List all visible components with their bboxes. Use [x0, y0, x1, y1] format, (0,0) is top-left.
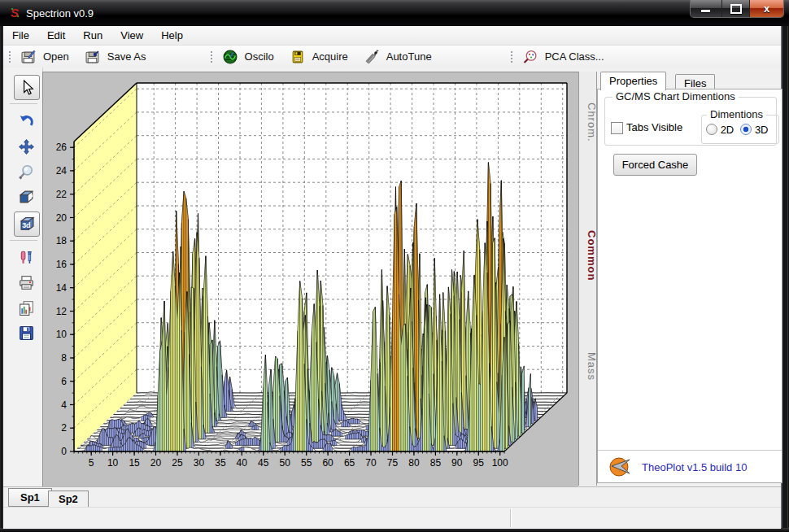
toolbar-button-label: AutoTune [386, 50, 432, 63]
view-3d: 3d [20, 216, 35, 232]
zoom [19, 164, 34, 180]
menu-edit[interactable]: Edit [38, 27, 74, 44]
forced-cashe-button[interactable]: Forced Cashe [613, 154, 697, 176]
menu-run[interactable]: Run [74, 27, 111, 44]
spectrum-tab-sp2[interactable]: Sp2 [48, 491, 89, 508]
tools [19, 250, 34, 265]
spectrum-tab-sp1[interactable]: Sp1 [8, 488, 52, 507]
view-3d-button[interactable]: 3d [14, 211, 40, 237]
svg-text:2: 2 [61, 422, 67, 434]
theoplot-version: TheoPlot v1.5 build 10 [642, 461, 747, 473]
window-title: Spectrion v0.9 [26, 7, 94, 20]
svg-text:16: 16 [56, 259, 68, 270]
open-button[interactable]: Open [15, 47, 79, 67]
toolbar-group: OsciloAcquireAutoTune [205, 46, 442, 68]
radio-2d-circle [706, 124, 717, 135]
gcms-3d-chart[interactable]: 0246810121416182022242651015202530354045… [43, 72, 577, 485]
copy-chart [19, 300, 34, 316]
svg-text:60: 60 [322, 457, 333, 469]
svg-text:30: 30 [194, 457, 205, 469]
svg-text:4: 4 [61, 399, 67, 411]
toolbar-button-label: PCA Class... [545, 50, 604, 63]
svg-text:12: 12 [56, 306, 68, 317]
svg-text:24: 24 [56, 165, 68, 177]
svg-text:6: 6 [61, 376, 67, 387]
pca-class-button[interactable]: PCA Class... [517, 47, 614, 67]
tab-properties[interactable]: Properties [600, 72, 666, 90]
group-title: GC/MS Chart Dimentions [612, 90, 739, 102]
svg-text:35: 35 [215, 457, 226, 469]
select-cursor-button[interactable] [14, 75, 40, 100]
svg-text:95: 95 [473, 457, 485, 469]
extract-view [19, 190, 34, 205]
theoplot-logo [609, 456, 631, 477]
svg-text:5: 5 [89, 457, 94, 469]
maximize-icon [730, 4, 742, 14]
undo-button[interactable] [14, 110, 38, 133]
radio-2d[interactable]: 2D [706, 124, 734, 136]
svg-text:100: 100 [492, 457, 508, 469]
acquire-button[interactable]: Acquire [284, 47, 358, 67]
tools-button[interactable] [14, 246, 38, 269]
status-bar-divider [510, 509, 512, 527]
tabs-visible-label: Tabs Visible [626, 121, 682, 133]
save-button[interactable] [14, 321, 38, 345]
dimentions-title: Dimentions [707, 108, 766, 120]
pca-icon [523, 50, 538, 64]
toolbar-button-label: Acquire [312, 50, 348, 63]
toolbar-button-label: Open [43, 50, 69, 63]
svg-text:70: 70 [365, 457, 377, 469]
extract-view-button[interactable] [14, 185, 38, 209]
toolbar-grip [210, 50, 214, 64]
undo [19, 114, 34, 129]
oscilo-icon [223, 50, 238, 64]
svg-text:0: 0 [61, 446, 67, 457]
toolbar-group: OpenSave As [3, 46, 156, 68]
properties-panel: PropertiesFiles GC/MS Chart Dimentions T… [594, 72, 782, 484]
properties-page: GC/MS Chart Dimentions Tabs Visible Dime… [597, 89, 782, 483]
radio-3d-circle [740, 124, 752, 135]
save-as-button[interactable]: Save As [79, 47, 156, 67]
pan-button[interactable] [14, 135, 38, 159]
copy-chart-button[interactable] [14, 296, 38, 320]
status-bar [3, 507, 781, 529]
svg-text:18: 18 [56, 235, 68, 246]
svg-text:3d: 3d [22, 221, 30, 229]
svg-text:45: 45 [258, 457, 269, 469]
gcms-chart-dimentions-group: GC/MS Chart Dimentions Tabs Visible Dime… [604, 97, 777, 146]
svg-text:25: 25 [172, 457, 183, 469]
chart-tool-strip: 3d [3, 68, 43, 486]
maximize-button[interactable] [722, 0, 751, 17]
autotune-button[interactable]: AutoTune [358, 47, 442, 67]
pan [19, 139, 34, 155]
close-icon: x [764, 3, 769, 14]
menu-help[interactable]: Help [152, 27, 192, 44]
svg-text:85: 85 [430, 457, 442, 469]
client-area: 3d 0246810121416182022242651015202530354… [3, 68, 781, 528]
window-buttons: x [690, 0, 784, 18]
oscilo-button[interactable]: Oscilo [216, 47, 284, 67]
radio-3d[interactable]: 3D [740, 124, 768, 136]
open-icon [21, 50, 36, 64]
spectrum-tab-bar: Sp1Sp2 [3, 486, 781, 507]
close-button[interactable]: x [750, 0, 783, 17]
radio-label: 3D [755, 124, 769, 136]
forced-cashe-label: Forced Cashe [622, 159, 689, 171]
title-bar: S Spectrion v0.9 x [0, 0, 789, 26]
menu-file[interactable]: File [3, 27, 38, 44]
zoom-button[interactable] [14, 160, 38, 184]
minimize-icon [701, 10, 710, 12]
svg-text:90: 90 [451, 457, 463, 469]
svg-text:55: 55 [301, 457, 312, 469]
menu-view[interactable]: View [111, 27, 152, 44]
main-toolbar: OpenSave AsOsciloAcquireAutoTunePCA Clas… [3, 46, 781, 68]
toolstrip-separator [10, 103, 37, 104]
svg-text:22: 22 [56, 189, 68, 200]
svg-text:10: 10 [107, 457, 119, 469]
minimize-button[interactable] [691, 0, 722, 17]
toolbar-grip [8, 50, 12, 64]
print-button[interactable] [14, 271, 38, 294]
panel-footer: TheoPlot v1.5 build 10 [598, 450, 782, 482]
tabs-visible-checkbox[interactable] [611, 122, 623, 134]
svg-text:40: 40 [237, 457, 248, 469]
